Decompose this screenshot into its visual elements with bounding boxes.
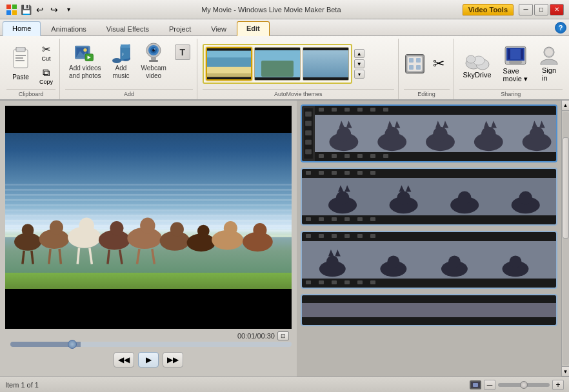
fullscreen-button[interactable]: ⊡ xyxy=(277,331,289,340)
sign-in-button[interactable]: Signin xyxy=(535,43,563,84)
svg-point-122 xyxy=(397,191,410,205)
film-edit-button[interactable] xyxy=(404,53,426,75)
zoom-controls: ─ + xyxy=(470,380,564,390)
sharing-items: SkyDrive Savemovie ▾ xyxy=(459,40,563,88)
themes-scroll: ▲ ▼ ▾ xyxy=(354,49,364,79)
hole xyxy=(319,234,324,238)
film-frames-4 xyxy=(302,303,556,317)
storyboard-item-1[interactable] xyxy=(301,104,557,162)
add-videos-button[interactable]: Add videosand photos xyxy=(65,40,105,83)
cut-copy-area: ✂ Cut ⧉ Copy xyxy=(37,41,55,87)
svg-rect-93 xyxy=(305,140,312,145)
svg-line-68 xyxy=(59,249,61,264)
film-strip-bottom-3 xyxy=(302,279,556,288)
add-group: Add videosand photos ♪ Addmusic xyxy=(61,39,197,99)
close-button[interactable]: ✕ xyxy=(550,4,564,15)
scrubber-thumb[interactable] xyxy=(68,340,77,349)
copy-label: Copy xyxy=(39,79,53,85)
copy-icon: ⧉ xyxy=(43,67,50,79)
theme-fade[interactable] xyxy=(303,47,349,81)
svg-rect-46 xyxy=(416,65,421,70)
skydrive-button[interactable]: SkyDrive xyxy=(459,46,495,81)
save-movie-button[interactable]: Savemovie ▾ xyxy=(499,43,532,86)
hole xyxy=(319,171,324,175)
hole xyxy=(357,171,363,175)
film-frames-3 xyxy=(302,241,556,279)
tab-animations[interactable]: Animations xyxy=(41,22,95,35)
svg-point-66 xyxy=(50,220,63,235)
svg-point-88 xyxy=(253,223,266,237)
scroll-track[interactable] xyxy=(563,112,569,365)
scrubber-track[interactable] xyxy=(10,342,292,347)
hole xyxy=(344,154,350,158)
themes-scroll-down[interactable]: ▼ xyxy=(354,59,364,68)
video-preview[interactable] xyxy=(5,106,292,329)
maximize-button[interactable]: □ xyxy=(534,4,548,15)
hole xyxy=(344,171,350,175)
cut-button[interactable]: ✂ Cut xyxy=(37,41,55,64)
text-button[interactable]: T xyxy=(172,43,193,62)
svg-point-97 xyxy=(337,127,351,141)
webcam-icon xyxy=(143,43,164,63)
tab-view[interactable]: View xyxy=(201,22,236,35)
svg-point-84 xyxy=(197,225,210,237)
svg-rect-3 xyxy=(12,10,17,15)
qa-dropdown-icon[interactable]: ▾ xyxy=(62,3,75,16)
storyboard-item-2[interactable] xyxy=(301,168,557,226)
storyboard-content-2 xyxy=(302,169,556,224)
theme-cinematic[interactable] xyxy=(206,47,252,81)
video-frame xyxy=(5,106,292,329)
copy-button[interactable]: ⧉ Copy xyxy=(37,65,55,87)
scrollbar[interactable]: ▲ ▼ xyxy=(561,101,569,377)
save-quick-icon[interactable]: 💾 xyxy=(19,3,32,16)
tab-home[interactable]: Home xyxy=(3,21,41,36)
tab-edit[interactable]: Edit xyxy=(237,21,270,36)
zoom-thumb[interactable] xyxy=(520,381,528,389)
text-icon: T xyxy=(175,44,190,60)
paste-button[interactable]: Paste xyxy=(6,44,35,84)
scroll-thumb[interactable] xyxy=(563,137,569,239)
svg-point-59 xyxy=(541,59,557,65)
storyboard-item-3[interactable] xyxy=(301,231,557,289)
zoom-out-button[interactable]: ─ xyxy=(484,380,495,390)
minimize-button[interactable]: ─ xyxy=(519,4,533,15)
svg-rect-38 xyxy=(303,48,348,80)
svg-rect-43 xyxy=(409,58,414,63)
prev-frame-button[interactable]: ◀◀ xyxy=(114,352,134,368)
svg-point-70 xyxy=(79,218,94,234)
zoom-in-button[interactable]: + xyxy=(552,380,564,390)
add-items: Add videosand photos ♪ Addmusic xyxy=(65,40,193,88)
svg-rect-9 xyxy=(15,60,25,61)
ribbon-tabs: Home Animations Visual Effects Project V… xyxy=(0,19,569,36)
themes-scroll-up[interactable]: ▲ xyxy=(354,49,364,58)
storyboard-panel[interactable] xyxy=(297,101,561,377)
webcam-button[interactable]: Webcamvideo xyxy=(137,40,170,83)
monitor-icon[interactable] xyxy=(470,380,481,389)
theme-contemporary[interactable] xyxy=(254,47,301,81)
tab-visual-effects[interactable]: Visual Effects xyxy=(97,22,159,35)
sharing-label: Sharing xyxy=(459,89,563,99)
tab-project[interactable]: Project xyxy=(159,22,201,35)
play-button[interactable]: ▶ xyxy=(138,352,159,368)
hole xyxy=(319,217,324,221)
storyboard-item-4[interactable] xyxy=(301,294,557,326)
time-counter: 00:01/00:30 xyxy=(237,332,275,340)
redo-icon[interactable]: ↪ xyxy=(48,3,61,16)
hole xyxy=(370,217,375,221)
svg-rect-45 xyxy=(409,65,414,70)
next-frame-button[interactable]: ▶▶ xyxy=(163,352,183,368)
svg-rect-30 xyxy=(207,67,251,74)
add-music-label: Addmusic xyxy=(112,64,129,80)
help-button[interactable]: ? xyxy=(555,22,566,34)
film-strip-top-2 xyxy=(302,169,556,178)
scroll-up-button[interactable]: ▲ xyxy=(562,101,570,111)
themes-dropdown[interactable]: ▾ xyxy=(354,70,364,79)
add-music-button[interactable]: ♪ Addmusic xyxy=(107,40,135,83)
window-title: My Movie - Windows Live Movie Maker Beta xyxy=(80,6,463,14)
svg-point-17 xyxy=(112,58,121,63)
scroll-down-button[interactable]: ▼ xyxy=(562,366,570,377)
svg-point-113 xyxy=(530,127,544,141)
zoom-track[interactable] xyxy=(498,383,550,387)
undo-icon[interactable]: ↩ xyxy=(34,3,46,16)
scissors-button[interactable]: ✂ xyxy=(428,53,450,75)
